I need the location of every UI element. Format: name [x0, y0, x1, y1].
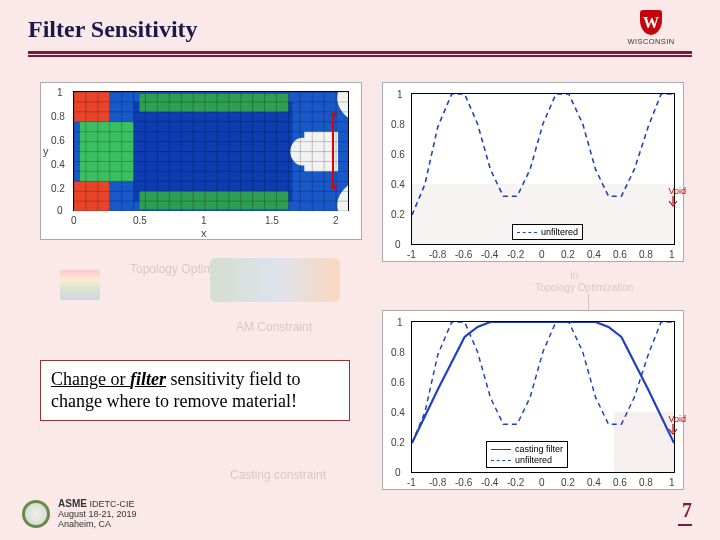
asme-logo-icon — [22, 500, 50, 528]
svg-rect-6 — [140, 94, 289, 112]
slide-header: Filter Sensitivity — [28, 16, 692, 57]
heatmap-panel: 0 0.2 0.4 0.6 0.8 1 0 0.5 1 1.5 2 x y — [40, 82, 362, 240]
callout-box: Change or filter sensitivity field to ch… — [40, 360, 350, 421]
void-label-top: Void — [668, 186, 686, 210]
legend-bottom: casting filter unfiltered — [486, 441, 568, 468]
slide-footer: ASME IDETC-CIE August 18-21, 2019 Anahei… — [22, 498, 137, 530]
filtered-plot-panel: Void casting filter unfiltered 0 0.2 0.4… — [382, 310, 684, 490]
shield-icon: W — [640, 10, 662, 35]
legend-top: unfiltered — [512, 224, 583, 240]
unfiltered-plot-panel: Void unfiltered 0 0.2 0.4 0.6 0.8 1 -1 -… — [382, 82, 684, 262]
down-arrow-icon — [668, 196, 678, 208]
page-number: 7 — [682, 499, 692, 522]
unfiltered-line — [412, 94, 674, 245]
section-arrow-icon — [332, 114, 334, 188]
plot-axes-bottom: Void casting filter unfiltered — [411, 321, 675, 473]
down-arrow-icon — [668, 424, 678, 436]
heatmap — [74, 92, 348, 211]
heatmap-axes — [73, 91, 349, 211]
svg-rect-1 — [74, 92, 110, 122]
void-label-bottom: Void — [668, 414, 686, 438]
svg-rect-5 — [140, 191, 289, 209]
uw-logo: W WISCONSIN — [610, 10, 692, 46]
plot-axes-top: Void unfiltered — [411, 93, 675, 245]
slide-title: Filter Sensitivity — [28, 16, 692, 43]
svg-rect-2 — [74, 181, 110, 211]
